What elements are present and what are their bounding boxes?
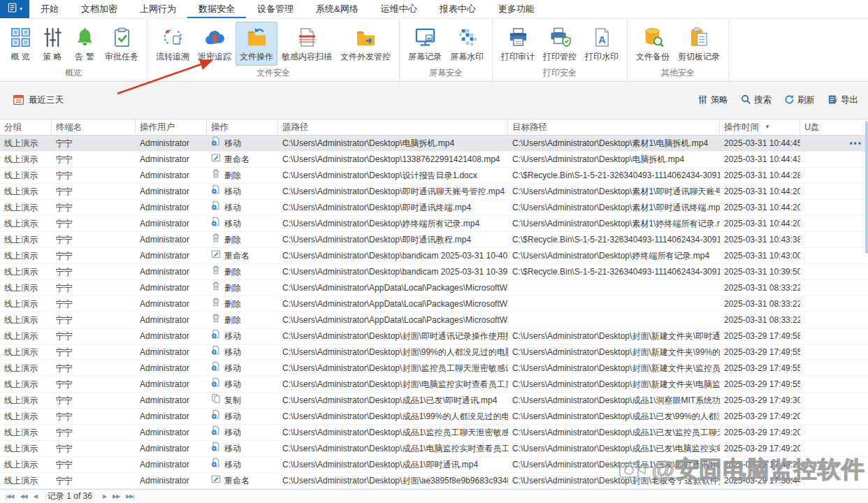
cell-operation-time: 2025-03-29 17:36:44 (720, 473, 800, 488)
table-row[interactable]: 线上演示宁宁Administrator移动C:\Users\Administra… (0, 216, 868, 232)
date-range-filter-button[interactable]: 23 最近三天 (13, 94, 64, 108)
vertical-scrollbar[interactable] (865, 119, 868, 489)
operation-label: 移动 (224, 136, 241, 151)
cell-source-path: C:\Users\Administrator\Desktop\bandicam … (278, 248, 508, 263)
toolbar-button-0[interactable]: 策略 (697, 94, 728, 107)
ribbon-button-label: 文件外发管控 (340, 51, 391, 63)
cell-operation-time: 2025-03-31 10:44:20 (720, 200, 800, 215)
table-row[interactable]: 线上演示宁宁Administrator复制C:\Users\Administra… (0, 393, 868, 409)
ribbon-button-0-1[interactable]: 策 略 (36, 22, 68, 66)
tab-menu-5[interactable]: 系统&网络 (305, 0, 370, 18)
table-row[interactable]: 线上演示宁宁Administrator删除C:\Users\Administra… (0, 232, 868, 248)
column-header-usb[interactable]: U盘 (800, 119, 868, 135)
cell-group: 线上演示 (0, 312, 52, 328)
table-row[interactable]: 线上演示宁宁Administrator移动C:\Users\Administra… (0, 441, 868, 457)
operation-label: 移动 (224, 216, 241, 231)
cell-terminal-name: 宁宁 (52, 344, 136, 360)
ribbon-button-1-0[interactable]: 流转追溯 (152, 22, 194, 66)
sort-descending-icon[interactable]: ▼ (765, 119, 770, 135)
tab-menu-3[interactable]: 数据安全 (187, 0, 246, 18)
ribbon-button-3-1[interactable]: 打印管控 (539, 22, 581, 66)
cell-operation: 删除 (207, 232, 278, 247)
pager-last-button[interactable]: ▶▶| (126, 493, 133, 500)
column-header-terminal-name[interactable]: 终端名 (52, 119, 136, 135)
tab-menu-0[interactable]: 开始 (29, 0, 70, 18)
clipboard-doc-icon (687, 25, 711, 49)
column-header-target-path[interactable]: 目标路径 (508, 119, 720, 135)
table-row[interactable]: 线上演示宁宁Administrator移动C:\Users\Administra… (0, 425, 868, 441)
tab-menu-1[interactable]: 文档加密 (70, 0, 129, 18)
table-row[interactable]: 线上演示宁宁Administrator移动C:\Users\Administra… (0, 136, 868, 152)
table-row[interactable]: 线上演示宁宁Administrator移动C:\Users\Administra… (0, 184, 868, 200)
table-row[interactable]: 线上演示宁宁Administrator移动C:\Users\Administra… (0, 344, 868, 360)
ribbon-button-0-0[interactable]: 概 览 (4, 22, 36, 66)
table-row[interactable]: 线上演示宁宁Administrator删除C:\Users\Administra… (0, 264, 868, 280)
row-actions-menu[interactable]: ••• (849, 136, 862, 151)
table-row[interactable]: 线上演示宁宁Administrator重命名C:\Users\Administr… (0, 248, 868, 264)
toolbar-button-label: 搜索 (754, 94, 772, 106)
column-header-label: 源路径 (282, 119, 309, 135)
ribbon-button-2-1[interactable]: 屏幕水印 (446, 22, 488, 66)
tab-menu-4[interactable]: 设备管理 (246, 0, 305, 18)
table-row[interactable]: 线上演示宁宁Administrator移动C:\Users\Administra… (0, 360, 868, 377)
move-icon (211, 425, 221, 440)
scrollbar-thumb[interactable] (865, 121, 868, 254)
tab-menu-7[interactable]: 报表中心 (428, 0, 487, 18)
pager-prev-button[interactable]: ◀ (34, 493, 37, 500)
ribbon-button-1-2[interactable]: 文件操作 (236, 22, 277, 66)
cell-operation: 删除 (207, 264, 278, 279)
table-row[interactable]: 线上演示宁宁Administrator重命名C:\Users\Administr… (0, 152, 868, 168)
cell-usb (800, 216, 868, 231)
table-row[interactable]: 线上演示宁宁Administrator移动C:\Users\Administra… (0, 200, 868, 216)
cell-terminal-name: 宁宁 (52, 168, 136, 183)
toolbar-button-3[interactable]: 导出 (827, 94, 858, 107)
ribbon-button-4-0[interactable]: 文件备份 (632, 22, 674, 66)
table-row[interactable]: 线上演示宁宁Administrator移动C:\Users\Administra… (0, 409, 868, 425)
table-row[interactable]: 线上演示宁宁Administrator删除C:\Users\Administra… (0, 296, 868, 312)
cell-group: 线上演示 (0, 473, 52, 488)
table-row[interactable]: 线上演示宁宁Administrator移动C:\Users\Administra… (0, 377, 868, 393)
ribbon-button-1-4[interactable]: 文件外发管控 (336, 22, 395, 66)
cell-target-path: C:\Users\Administrator\Desktop\电脑拆机.mp4 (508, 152, 720, 167)
ribbon-button-4-1[interactable]: 剪切板记录 (674, 22, 724, 66)
tab-menu-2[interactable]: 上网行为 (129, 0, 187, 18)
cell-source-path: C:\Users\Administrator\Desktop\成品1\99%的人… (278, 409, 508, 424)
ribbon-button-1-3[interactable]: 敏感内容扫描 (277, 22, 336, 66)
cell-operator: Administrator (136, 344, 207, 360)
table-row[interactable]: 线上演示宁宁Administrator删除C:\Users\Administra… (0, 312, 868, 328)
column-header-group[interactable]: 分组 (0, 119, 52, 135)
move-icon (211, 328, 221, 344)
pager-first-button[interactable]: |◀◀ (6, 493, 13, 500)
toolbar-button-1[interactable]: 搜索 (741, 94, 772, 107)
column-header-label: 终端名 (56, 119, 82, 135)
cell-operation: 移动 (207, 216, 278, 231)
ribbon-button-3-0[interactable]: 打印审计 (497, 22, 539, 66)
cell-group: 线上演示 (0, 344, 52, 360)
cell-operator: Administrator (136, 441, 207, 456)
column-header-operator[interactable]: 操作用户 (136, 119, 207, 135)
column-header-operation[interactable]: 操作 (207, 119, 278, 135)
table-row[interactable]: 线上演示宁宁Administrator移动C:\Users\Administra… (0, 328, 868, 344)
column-header-source-path[interactable]: 源路径 (278, 119, 508, 135)
pager-prev-page-button[interactable]: ◀◀ (20, 493, 27, 500)
pager-next-button[interactable]: ▶ (103, 493, 106, 500)
table-row[interactable]: 线上演示宁宁Administrator移动C:\Users\Administra… (0, 457, 868, 473)
ribbon-button-2-0[interactable]: 屏幕记录 (404, 22, 446, 66)
operation-label: 删除 (224, 264, 241, 279)
tab-menu-6[interactable]: 运维中心 (370, 0, 428, 18)
table-row[interactable]: 线上演示宁宁Administrator重命名C:\Users\Administr… (0, 473, 868, 489)
ribbon-button-3-2[interactable]: A打印水印 (581, 22, 623, 66)
table-row[interactable]: 线上演示宁宁Administrator删除C:\Users\Administra… (0, 168, 868, 184)
app-menu-button[interactable]: ▾ (0, 0, 29, 18)
tab-menu-8[interactable]: 更多功能 (487, 0, 546, 18)
ribbon-button-1-1[interactable]: 泄密追踪 (194, 22, 236, 66)
table-row[interactable]: 线上演示宁宁Administrator删除C:\Users\Administra… (0, 280, 868, 296)
toolbar-button-2[interactable]: 刷新 (784, 94, 815, 107)
ribbon-button-0-2[interactable]: 告 警 (68, 22, 101, 66)
ribbon-button-0-3[interactable]: 审批任务 (101, 22, 143, 66)
cell-group: 线上演示 (0, 441, 52, 456)
cell-target-path: C:\Users\Administrator\Desktop\素材1\即时通讯聊… (508, 184, 720, 199)
column-header-operation-time[interactable]: 操作时间▼ (720, 119, 800, 135)
cell-target-path: C:\Users\Administrator\Desktop\成品1\洞察眼MI… (508, 393, 720, 408)
pager-next-page-button[interactable]: ▶▶ (113, 493, 120, 500)
